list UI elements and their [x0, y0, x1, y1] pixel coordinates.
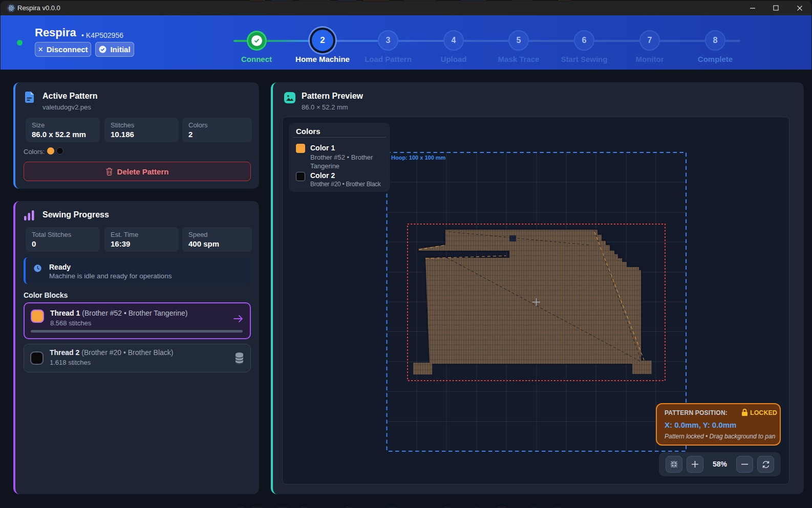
svg-text:Hoop: 100 x 100 mm: Hoop: 100 x 100 mm: [391, 154, 446, 161]
